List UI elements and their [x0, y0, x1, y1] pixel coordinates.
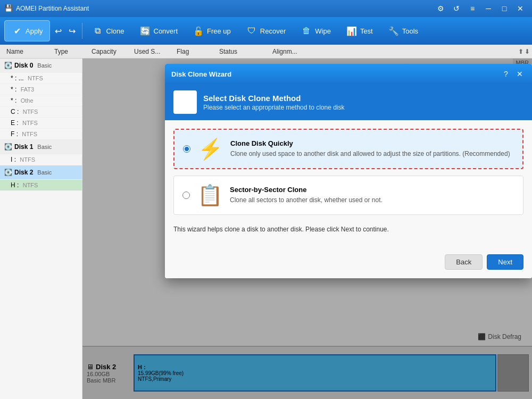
modal-step-header: 🖥 Select Disk Clone Method Please select… [165, 84, 532, 120]
close-btn[interactable]: ✕ [513, 3, 528, 14]
window-controls: ⚙ ↺ ≡ ─ □ ✕ [433, 3, 528, 14]
tools-icon: 🔧 [388, 25, 400, 37]
maximize-btn[interactable]: □ [497, 3, 512, 14]
partition-e[interactable]: E : NTFS [0, 118, 82, 129]
modal-body: ⚡ Clone Disk Quickly Clone only used spa… [165, 120, 532, 250]
part-f-type: NTFS [22, 131, 37, 137]
apply-icon: ✔ [11, 25, 23, 37]
partition-star3[interactable]: * : Othe [0, 95, 82, 106]
modal-overlay: Disk Clone Wizard ? ✕ 🖥 Select Disk Clon… [82, 59, 532, 399]
part-star3-label: * : [11, 97, 16, 104]
clone-sector-option[interactable]: 📋 Sector-by-Sector Clone Clone all secto… [173, 176, 523, 215]
test-button[interactable]: 📊 Test [339, 20, 379, 41]
apply-button[interactable]: ✔ Apply [4, 20, 50, 41]
part-h-label: H : [11, 181, 19, 189]
down-arrow-icon: ⬇ [525, 48, 530, 55]
disk2-icon: 💽 [4, 169, 12, 176]
clone-sector-radio[interactable] [182, 192, 190, 199]
undo-button[interactable]: ↩ [52, 24, 65, 37]
col-name[interactable]: Name [2, 48, 50, 55]
part-star1-type: NTFS [28, 75, 43, 81]
minimize-btn[interactable]: ─ [481, 3, 496, 14]
title-bar: 💾 AOMEI Partition Assistant ⚙ ↺ ≡ ─ □ ✕ [0, 0, 532, 17]
partition-i[interactable]: I : NTFS [0, 154, 82, 165]
disk-list: 💽 Disk 0 Basic * : ... NTFS * : FAT3 * :… [0, 59, 82, 399]
undo-redo-group: ↩ ↪ [52, 24, 79, 37]
col-status[interactable]: Status [215, 48, 268, 55]
sort-icon[interactable]: ⬆ [518, 48, 523, 55]
clone-quick-text: Clone Disk Quickly Clone only used space… [230, 139, 510, 159]
step-info: Select Disk Clone Method Please select a… [203, 94, 345, 111]
convert-icon: 🔄 [139, 25, 151, 37]
redo-button[interactable]: ↪ [66, 24, 79, 37]
wipe-button[interactable]: 🗑 Wipe [294, 20, 337, 41]
app-title: AOMEI Partition Assistant [16, 5, 433, 12]
part-star3-type: Othe [21, 97, 34, 104]
menu-btn[interactable]: ≡ [465, 3, 480, 14]
col-capacity[interactable]: Capacity [87, 48, 130, 55]
convert-label: Convert [154, 27, 178, 35]
disk-2-header[interactable]: 💽 Disk 2 Basic [0, 165, 82, 180]
modal-header: Disk Clone Wizard ? ✕ [165, 64, 532, 84]
freeup-button[interactable]: 🔓 Free up [186, 20, 237, 41]
back-button[interactable]: Back [445, 254, 483, 270]
clone-quick-radio[interactable] [183, 145, 190, 153]
part-star2-type: FAT3 [21, 86, 34, 93]
tools-button[interactable]: 🔧 Tools [381, 20, 425, 41]
recover-icon: 🛡 [246, 25, 257, 37]
partition-star1[interactable]: * : ... NTFS [0, 73, 82, 84]
disk-clone-wizard: Disk Clone Wizard ? ✕ 🖥 Select Disk Clon… [165, 64, 532, 278]
part-c-label: C : [11, 108, 19, 115]
col-align[interactable]: Alignm... [268, 48, 311, 55]
settings-btn[interactable]: ⚙ [433, 3, 448, 14]
modal-footer: Back Next [165, 250, 532, 278]
disk1-icon: 💽 [4, 143, 12, 151]
disk2-label: Disk 2 [14, 169, 33, 176]
modal-title: Disk Clone Wizard [171, 70, 231, 78]
test-label: Test [360, 27, 373, 35]
modal-close-btn[interactable]: ✕ [514, 68, 526, 80]
col-used[interactable]: Used S... [130, 48, 172, 55]
disk0-type: Basic [37, 62, 52, 69]
column-headers: Name Type Capacity Used S... Flag Status… [0, 45, 532, 59]
disk0-icon: 💽 [4, 62, 12, 69]
part-star2-label: * : [11, 86, 16, 93]
apply-label: Apply [26, 27, 43, 35]
part-c-type: NTFS [23, 109, 38, 115]
part-e-type: NTFS [22, 120, 38, 126]
clone-quick-option[interactable]: ⚡ Clone Disk Quickly Clone only used spa… [173, 129, 523, 169]
freeup-icon: 🔓 [193, 25, 204, 37]
partition-f[interactable]: F : NTFS [0, 129, 82, 140]
clone-icon: ⧉ [92, 25, 104, 37]
disk0-label: Disk 0 [14, 62, 33, 69]
recover-button[interactable]: 🛡 Recover [239, 20, 292, 41]
refresh-btn[interactable]: ↺ [449, 3, 464, 14]
clone-button[interactable]: ⧉ Clone [86, 20, 131, 41]
clone-quick-icon: ⚡ [198, 137, 223, 161]
next-button[interactable]: Next [487, 254, 523, 270]
disk1-label: Disk 1 [14, 143, 33, 151]
clone-label: Clone [106, 27, 124, 35]
col-type[interactable]: Type [50, 48, 87, 55]
modal-help-btn[interactable]: ? [500, 68, 512, 80]
disk-1-header[interactable]: 💽 Disk 1 Basic [0, 140, 82, 154]
step-subtitle: Please select an appropriate method to c… [203, 104, 345, 111]
clone-quick-desc: Clone only used space to another disk an… [230, 149, 510, 159]
wipe-label: Wipe [315, 27, 331, 35]
modal-controls: ? ✕ [500, 68, 526, 80]
convert-button[interactable]: 🔄 Convert [133, 20, 185, 41]
part-star1-label: * : ... [11, 74, 24, 82]
partition-star2[interactable]: * : FAT3 [0, 84, 82, 95]
tools-label: Tools [402, 27, 418, 35]
test-icon: 📊 [346, 25, 358, 37]
part-e-label: E : [11, 119, 19, 127]
disk-0-header[interactable]: 💽 Disk 0 Basic [0, 59, 82, 73]
partition-c[interactable]: C : NTFS [0, 106, 82, 118]
main-area: 💽 Disk 0 Basic * : ... NTFS * : FAT3 * :… [0, 59, 532, 399]
toolbar: ✔ Apply ↩ ↪ ⧉ Clone 🔄 Convert 🔓 Free up … [0, 17, 532, 45]
clone-quick-title: Clone Disk Quickly [230, 139, 510, 147]
divider-1 [82, 23, 82, 39]
col-header-right: ⬆ ⬇ [518, 48, 530, 55]
partition-h[interactable]: H : NTFS [0, 180, 82, 191]
col-flag[interactable]: Flag [172, 48, 215, 55]
